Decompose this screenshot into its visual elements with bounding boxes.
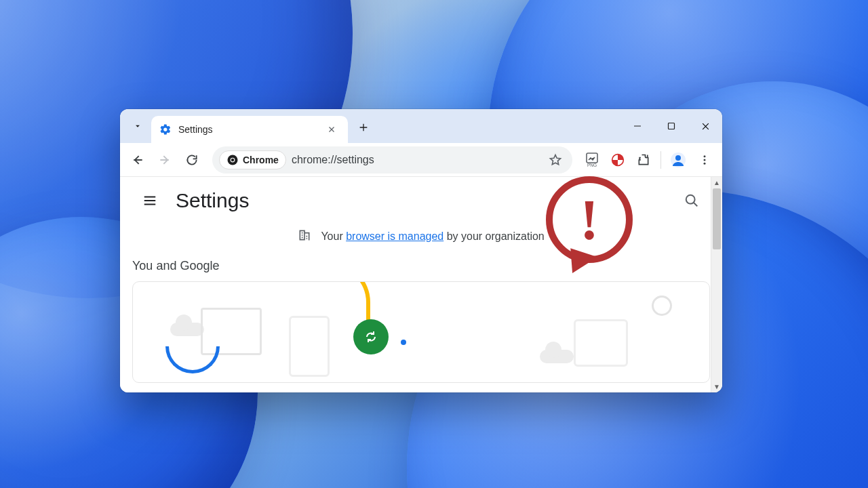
grey-ring-icon bbox=[652, 296, 672, 316]
managed-suffix: by your organization bbox=[443, 230, 545, 242]
chrome-menu-button[interactable] bbox=[692, 148, 717, 172]
svg-point-11 bbox=[704, 162, 706, 164]
page-title: Settings bbox=[176, 189, 249, 212]
building-icon bbox=[298, 228, 311, 242]
blue-dot-icon bbox=[401, 340, 406, 345]
smile-arc-icon bbox=[165, 346, 220, 373]
svg-point-12 bbox=[686, 195, 695, 204]
sync-promo-card[interactable] bbox=[132, 281, 710, 383]
tab-title: Settings bbox=[178, 124, 317, 135]
svg-point-9 bbox=[704, 155, 706, 157]
url-text: chrome://settings bbox=[292, 154, 540, 166]
back-button[interactable] bbox=[125, 148, 150, 172]
phone-rect-icon bbox=[289, 316, 330, 377]
managed-prefix: Your bbox=[321, 230, 346, 242]
window-close-button[interactable] bbox=[688, 109, 722, 143]
site-chip-label: Chrome bbox=[243, 155, 279, 165]
laptop-rect-icon bbox=[574, 319, 628, 367]
address-bar[interactable]: Chrome chrome://settings bbox=[212, 146, 572, 174]
extension-adblock-icon[interactable] bbox=[606, 148, 629, 171]
svg-point-10 bbox=[704, 159, 706, 161]
profile-avatar-button[interactable] bbox=[667, 148, 690, 171]
toolbar-separator bbox=[660, 151, 661, 169]
svg-point-3 bbox=[231, 158, 235, 161]
sync-green-circle-icon bbox=[353, 319, 389, 354]
extensions-puzzle-button[interactable] bbox=[632, 148, 655, 171]
managed-link[interactable]: browser is managed bbox=[346, 230, 443, 242]
svg-rect-4 bbox=[587, 153, 597, 163]
browser-toolbar: Chrome chrome://settings PNG bbox=[120, 143, 722, 177]
exclamation-icon: ! bbox=[580, 187, 599, 253]
extension-save-image-icon[interactable]: PNG bbox=[580, 148, 604, 171]
chrome-logo-icon bbox=[226, 154, 239, 166]
hamburger-menu-button[interactable] bbox=[138, 188, 162, 213]
forward-button[interactable] bbox=[153, 148, 177, 172]
tab-close-button[interactable] bbox=[323, 121, 340, 138]
tab-settings[interactable]: Settings bbox=[151, 116, 348, 143]
search-settings-button[interactable] bbox=[679, 188, 705, 214]
settings-gear-icon bbox=[159, 123, 172, 136]
scroll-thumb[interactable] bbox=[713, 188, 721, 249]
tab-search-button[interactable] bbox=[127, 115, 149, 137]
window-minimize-button[interactable] bbox=[620, 109, 654, 143]
window-maximize-button[interactable] bbox=[654, 109, 688, 143]
svg-text:PNG: PNG bbox=[587, 163, 597, 167]
new-tab-button[interactable] bbox=[352, 116, 375, 139]
site-chip[interactable]: Chrome bbox=[219, 150, 286, 169]
scroll-up-button[interactable]: ▲ bbox=[711, 177, 722, 188]
vertical-scrollbar[interactable]: ▲ ▼ bbox=[711, 177, 722, 392]
svg-rect-0 bbox=[669, 123, 675, 129]
attention-callout: ! bbox=[546, 176, 637, 267]
cloud-icon bbox=[170, 323, 204, 336]
tab-strip: Settings bbox=[120, 109, 722, 143]
svg-point-8 bbox=[675, 155, 681, 161]
window-controls bbox=[620, 109, 722, 143]
reload-button[interactable] bbox=[180, 148, 204, 172]
cloud-icon-2 bbox=[540, 350, 574, 363]
bookmark-star-button[interactable] bbox=[545, 150, 566, 170]
